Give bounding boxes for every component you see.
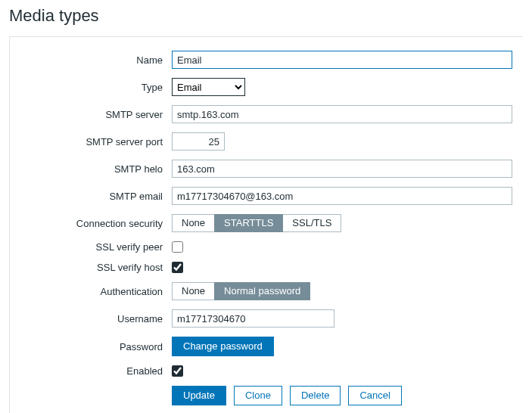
connection-security-starttls[interactable]: STARTTLS	[214, 214, 283, 232]
enabled-label: Enabled	[20, 365, 172, 377]
smtp-server-input[interactable]	[172, 105, 512, 123]
authentication-none[interactable]: None	[172, 282, 215, 300]
smtp-email-input[interactable]	[172, 187, 512, 205]
type-label: Type	[20, 82, 172, 93]
enabled-checkbox[interactable]	[172, 365, 183, 377]
page-title: Media types	[9, 6, 523, 26]
type-select[interactable]: Email	[172, 78, 245, 96]
ssl-verify-host-label: SSL verify host	[20, 262, 172, 273]
password-label: Password	[20, 341, 172, 352]
ssl-verify-peer-checkbox[interactable]	[172, 241, 183, 253]
connection-security-radioset: None STARTTLS SSL/TLS	[172, 214, 341, 232]
smtp-helo-input[interactable]	[172, 160, 512, 178]
smtp-email-label: SMTP email	[20, 191, 172, 202]
authentication-label: Authentication	[20, 286, 172, 297]
delete-button[interactable]: Delete	[290, 386, 341, 405]
username-label: Username	[20, 313, 172, 324]
clone-button[interactable]: Clone	[234, 386, 282, 405]
form-actions: Update Clone Delete Cancel	[172, 386, 512, 405]
ssl-verify-host-checkbox[interactable]	[172, 262, 183, 273]
cancel-button[interactable]: Cancel	[348, 386, 401, 405]
name-label: Name	[20, 54, 172, 66]
update-button[interactable]: Update	[172, 386, 226, 405]
media-type-form: Name Type Email SMTP server SMTP server …	[9, 36, 523, 413]
connection-security-none[interactable]: None	[172, 214, 215, 232]
authentication-normal-password[interactable]: Normal password	[214, 282, 310, 300]
smtp-server-label: SMTP server	[20, 109, 172, 120]
smtp-helo-label: SMTP helo	[20, 163, 172, 175]
connection-security-label: Connection security	[20, 218, 172, 229]
smtp-port-input[interactable]	[172, 132, 225, 151]
smtp-port-label: SMTP server port	[20, 136, 172, 148]
change-password-button[interactable]: Change password	[172, 337, 274, 356]
username-input[interactable]	[172, 309, 334, 328]
authentication-radioset: None Normal password	[172, 282, 310, 300]
name-input[interactable]	[172, 51, 512, 69]
connection-security-ssltls[interactable]: SSL/TLS	[282, 214, 341, 232]
ssl-verify-peer-label: SSL verify peer	[20, 241, 172, 253]
